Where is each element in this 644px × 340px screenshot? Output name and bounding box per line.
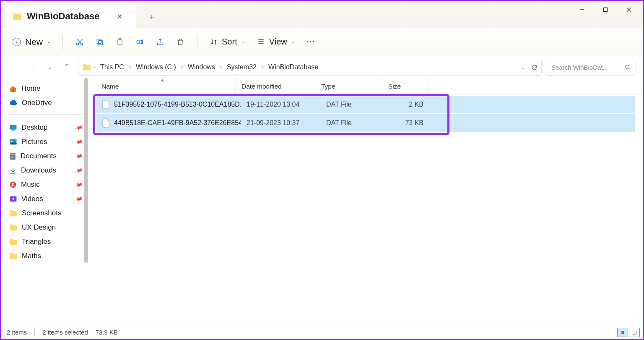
crumb-windows[interactable]: Windows xyxy=(185,62,218,72)
share-icon[interactable] xyxy=(151,33,169,51)
sidebar-folder-triangles[interactable]: Triangles xyxy=(6,235,86,249)
file-list: Name ▲ Date modified Type Size 51F39552-… xyxy=(89,78,643,325)
sidebar-folder-maths[interactable]: Maths xyxy=(6,249,86,263)
paste-icon[interactable] xyxy=(111,33,129,51)
svg-rect-21 xyxy=(12,130,14,131)
status-selected: 2 items selected xyxy=(42,329,88,336)
pin-icon: 📌 xyxy=(74,123,83,132)
copy-icon[interactable] xyxy=(91,33,109,51)
new-tab-button[interactable]: ＋ xyxy=(143,8,160,25)
thumbnails-view-button[interactable]: ▢ xyxy=(629,328,640,337)
search-icon xyxy=(625,64,631,71)
tab-current[interactable]: WinBioDatabase ✕ xyxy=(6,5,136,28)
address-bar[interactable]: › This PC › Windows (C:) › Windows › Sys… xyxy=(78,59,542,76)
rename-icon[interactable]: A xyxy=(131,33,149,51)
col-type[interactable]: Type xyxy=(315,78,382,94)
details-view-button[interactable]: ≡ xyxy=(617,328,628,337)
search-input[interactable]: Search WinBioDat... xyxy=(546,59,636,76)
view-button[interactable]: View ⌄ xyxy=(252,34,300,49)
sidebar-music[interactable]: Music📌 xyxy=(6,178,86,192)
sidebar-pictures[interactable]: Pictures📌 xyxy=(6,135,86,149)
svg-point-23 xyxy=(11,141,13,142)
cloud-icon xyxy=(9,100,18,106)
sidebar-folder-screenshots[interactable]: Screenshots xyxy=(6,206,86,220)
file-icon xyxy=(102,118,110,128)
main-area: Home › OneDrive Desktop📌 Pictures📌 Docum… xyxy=(1,78,643,325)
sidebar-documents[interactable]: Documents📌 xyxy=(6,149,86,163)
chevron-right-icon: › xyxy=(261,64,264,70)
file-icon xyxy=(102,100,110,109)
col-name[interactable]: Name ▲ xyxy=(89,78,236,94)
sidebar-folder-uxdesign[interactable]: UX Design xyxy=(6,220,86,235)
back-button[interactable]: 🡐 xyxy=(8,60,21,74)
sidebar-home[interactable]: Home xyxy=(6,81,86,96)
view-label: View xyxy=(269,37,287,47)
svg-line-18 xyxy=(628,68,630,70)
chevron-down-icon: ⌄ xyxy=(242,39,245,44)
crumb-system32[interactable]: System32 xyxy=(224,62,259,72)
folder-icon xyxy=(9,210,18,217)
separator xyxy=(62,34,63,50)
crumb-current[interactable]: WinBioDatabase xyxy=(266,62,321,72)
new-label: New xyxy=(25,37,43,47)
address-row: 🡐 🡒 ⌄ 🡑 › This PC › Windows (C:) › Windo… xyxy=(1,56,643,78)
forward-button[interactable]: 🡒 xyxy=(25,60,39,74)
tab-close-icon[interactable]: ✕ xyxy=(117,13,122,21)
cut-icon[interactable] xyxy=(70,33,89,51)
svg-rect-24 xyxy=(10,153,16,160)
chevron-right-icon: › xyxy=(180,64,184,70)
sort-button[interactable]: Sort ⌄ xyxy=(205,34,250,49)
recent-chevron[interactable]: ⌄ xyxy=(43,60,56,74)
crumb-drive[interactable]: Windows (C:) xyxy=(133,62,179,72)
pin-icon: 📌 xyxy=(74,166,83,175)
folder-icon xyxy=(83,64,91,71)
sidebar-onedrive[interactable]: › OneDrive xyxy=(6,96,86,110)
svg-rect-9 xyxy=(97,39,101,43)
home-icon xyxy=(9,85,17,93)
chevron-right-icon: › xyxy=(128,64,132,70)
more-button[interactable]: ··· xyxy=(302,33,320,51)
sidebar-videos[interactable]: Videos📌 xyxy=(6,192,86,206)
desktop-icon xyxy=(9,124,17,131)
pin-icon: 📌 xyxy=(74,180,83,189)
folder-icon xyxy=(9,238,18,245)
col-date[interactable]: Date modified xyxy=(236,78,315,94)
refresh-icon[interactable] xyxy=(531,64,538,71)
close-button[interactable] xyxy=(617,1,641,18)
file-row[interactable]: 51F39552-1075-4199-B513-0C10EA185D... 19… xyxy=(96,96,635,113)
minimize-button[interactable] xyxy=(570,1,594,18)
maximize-button[interactable] xyxy=(594,1,617,18)
sidebar-scrollbar[interactable] xyxy=(83,78,89,325)
new-button[interactable]: + New ⌄ xyxy=(8,34,55,50)
folder-icon xyxy=(13,13,22,20)
folder-icon xyxy=(9,224,18,231)
view-icon xyxy=(257,38,265,46)
status-size: 73.9 KB xyxy=(96,329,118,336)
toolbar: + New ⌄ A Sort ⌄ View ⌄ ··· xyxy=(1,28,643,56)
sidebar-desktop[interactable]: Desktop📌 xyxy=(6,120,86,135)
sidebar-downloads[interactable]: Downloads📌 xyxy=(6,163,86,178)
chevron-down-icon[interactable]: ⌄ xyxy=(521,65,525,70)
column-headers: Name ▲ Date modified Type Size xyxy=(89,78,643,95)
crumb-this-pc[interactable]: This PC xyxy=(98,62,127,72)
sort-label: Sort xyxy=(222,37,237,47)
svg-rect-8 xyxy=(99,40,103,44)
status-bar: 2 items 2 items selected 73.9 KB ≡ ▢ xyxy=(1,325,643,339)
chevron-right-icon: › xyxy=(1,100,3,105)
documents-icon xyxy=(9,152,16,160)
separator xyxy=(197,34,197,50)
separator xyxy=(34,329,35,336)
col-size[interactable]: Size xyxy=(382,78,428,94)
file-row[interactable]: 449B518E-CAE1-49FB-9A52-376E26E854... 21… xyxy=(96,114,635,132)
music-icon xyxy=(9,181,17,188)
sort-asc-icon: ▲ xyxy=(160,78,164,82)
downloads-icon xyxy=(9,167,17,174)
sidebar-divider xyxy=(8,114,85,115)
pin-icon: 📌 xyxy=(74,138,83,146)
title-bar: WinBioDatabase ✕ ＋ xyxy=(1,1,643,28)
sidebar: Home › OneDrive Desktop📌 Pictures📌 Docum… xyxy=(1,78,89,325)
up-button[interactable]: 🡑 xyxy=(60,60,74,74)
svg-text:A: A xyxy=(138,40,140,44)
delete-icon[interactable] xyxy=(171,33,190,51)
folder-icon xyxy=(9,253,18,259)
